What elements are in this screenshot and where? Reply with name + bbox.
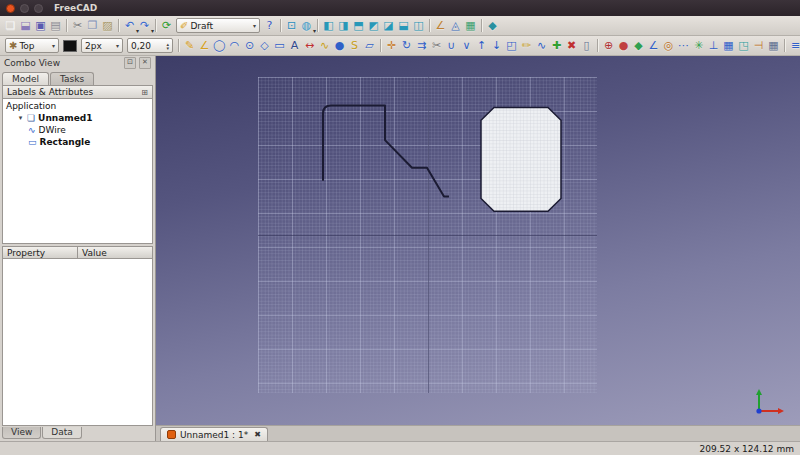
- tree-item-dwire[interactable]: ∿DWire: [3, 124, 152, 136]
- snap-angle[interactable]: ∠: [646, 37, 661, 54]
- draft-rectangle[interactable]: ▭: [272, 37, 287, 54]
- draft-dimension[interactable]: ↔: [302, 37, 317, 54]
- whats-this[interactable]: ?: [262, 17, 277, 34]
- snap-dimensions-icon: ⊣: [754, 40, 764, 51]
- draft-add-point[interactable]: ✚: [549, 37, 564, 54]
- draft-arc[interactable]: ◠: [227, 37, 242, 54]
- document-tab[interactable]: Unnamed1 : 1* ✖: [160, 427, 268, 441]
- snap-intersection[interactable]: ✳: [691, 37, 706, 54]
- model-tree: Application▾❏Unnamed1∿DWire▭Rectangle: [2, 99, 153, 244]
- maximize-button[interactable]: [34, 4, 43, 13]
- dropdown-arrow-icon: ▾: [253, 22, 256, 29]
- draft-rotate-icon: ↻: [402, 40, 411, 51]
- tab-data[interactable]: Data: [42, 427, 82, 439]
- draft-delete-point[interactable]: ✖: [564, 37, 579, 54]
- draft-move[interactable]: ✛: [384, 37, 399, 54]
- draft-trimex-icon: ✂: [432, 40, 441, 51]
- draft-shape2dview-icon: ▯: [583, 40, 589, 51]
- view-right[interactable]: ◩: [366, 17, 381, 34]
- measure-distance[interactable]: ∠: [433, 17, 448, 34]
- new-document[interactable]: ❏: [3, 17, 18, 34]
- texture-mapping[interactable]: ▦: [463, 17, 478, 34]
- view-top[interactable]: ⬒: [351, 17, 366, 34]
- draft-bspline[interactable]: ∿: [317, 37, 332, 54]
- snap-working-plane[interactable]: ◳: [736, 37, 751, 54]
- view-left[interactable]: ◫: [411, 17, 426, 34]
- draft-rotate[interactable]: ↻: [399, 37, 414, 54]
- snap-endpoint[interactable]: ●: [616, 37, 631, 54]
- dock-views[interactable]: ◆: [485, 17, 500, 34]
- snap-dimensions[interactable]: ⊣: [751, 37, 766, 54]
- draft-circle[interactable]: ◯: [212, 37, 227, 54]
- draft-split[interactable]: ∨: [459, 37, 474, 54]
- view-front[interactable]: ◨: [336, 17, 351, 34]
- undo[interactable]: ↶▾: [122, 17, 137, 34]
- toggle-grid[interactable]: ▦: [766, 37, 781, 54]
- draft-wire[interactable]: ∠: [197, 37, 212, 54]
- snap-center[interactable]: ◎: [661, 37, 676, 54]
- view-bottom[interactable]: ⬓: [396, 17, 411, 34]
- copy[interactable]: ❐: [85, 17, 100, 34]
- draft-move-icon: ✛: [387, 40, 396, 51]
- draft-line[interactable]: ✎: [182, 37, 197, 54]
- draft-shapestring[interactable]: S: [347, 37, 362, 54]
- manage-layers[interactable]: ≡: [788, 37, 800, 54]
- clipping-plane[interactable]: ◬: [448, 17, 463, 34]
- draft-text[interactable]: A: [287, 37, 302, 54]
- draft-upgrade[interactable]: ↑: [474, 37, 489, 54]
- view-isometric[interactable]: ◧: [321, 17, 336, 34]
- minimize-button[interactable]: [20, 4, 29, 13]
- property-table-body[interactable]: [2, 259, 153, 426]
- refresh[interactable]: ⟳: [159, 17, 174, 34]
- draft-join[interactable]: ∪: [444, 37, 459, 54]
- cut[interactable]: ✂: [70, 17, 85, 34]
- snap-midpoint[interactable]: ◆: [631, 37, 646, 54]
- working-plane-selector[interactable]: ✱Top▾: [5, 38, 59, 53]
- draft-polygon[interactable]: ◇: [257, 37, 272, 54]
- line-width[interactable]: 2px▾: [81, 38, 123, 53]
- save-document[interactable]: ▣: [33, 17, 48, 34]
- workbench-selector[interactable]: ✐Draft▾: [176, 18, 260, 33]
- spinner-arrows-icon[interactable]: ▴▾: [166, 42, 169, 50]
- 3d-viewport[interactable]: [156, 56, 800, 425]
- tab-model[interactable]: Model: [2, 72, 49, 85]
- expander-icon[interactable]: ▾: [17, 114, 24, 122]
- draft-trimex[interactable]: ✂: [429, 37, 444, 54]
- draft-point[interactable]: ●: [332, 37, 347, 54]
- draft-scale[interactable]: ◰: [504, 37, 519, 54]
- float-panel-icon[interactable]: ⊡: [124, 57, 136, 69]
- tab-tasks[interactable]: Tasks: [50, 72, 94, 85]
- draft-ellipse[interactable]: ⊙: [242, 37, 257, 54]
- draft-shape2dview[interactable]: ▯: [579, 37, 594, 54]
- close-panel-icon[interactable]: ✕: [139, 57, 151, 69]
- redo[interactable]: ↷▾: [137, 17, 152, 34]
- snap-lock[interactable]: ⊕: [601, 37, 616, 54]
- snap-extension[interactable]: ⋯: [676, 37, 691, 54]
- dwire-shape[interactable]: [323, 105, 449, 196]
- draft-downgrade[interactable]: ↓: [489, 37, 504, 54]
- view-rear[interactable]: ◪: [381, 17, 396, 34]
- tab-close-icon[interactable]: ✖: [254, 430, 261, 439]
- draft-facebinder[interactable]: ▱: [362, 37, 377, 54]
- snap-perpendicular[interactable]: ⊥: [706, 37, 721, 54]
- tree-options-icon[interactable]: ⊞: [141, 88, 148, 97]
- draft-offset[interactable]: ⇉: [414, 37, 429, 54]
- dwire-icon: ∿: [28, 126, 36, 135]
- rectangle-shape[interactable]: [481, 107, 561, 211]
- print[interactable]: ▤: [48, 17, 63, 34]
- draft-edit[interactable]: ✏: [519, 37, 534, 54]
- draft-wire-to-bspline[interactable]: ∿: [534, 37, 549, 54]
- property-table-header: Property Value: [2, 246, 153, 259]
- draw-style[interactable]: ◍▾: [299, 17, 314, 34]
- snap-dimension-value[interactable]: 0,20▴▾: [127, 38, 173, 53]
- line-color[interactable]: [63, 40, 77, 52]
- snap-grid[interactable]: ▦: [721, 37, 736, 54]
- close-button[interactable]: [6, 4, 15, 13]
- fit-all[interactable]: ⊡: [284, 17, 299, 34]
- tree-item-rectangle[interactable]: ▭Rectangle: [3, 136, 152, 148]
- paste[interactable]: ▨: [100, 17, 115, 34]
- open-document[interactable]: ⬓: [18, 17, 33, 34]
- tab-view[interactable]: View: [2, 427, 41, 439]
- tree-item-unnamed1[interactable]: ▾❏Unnamed1: [3, 112, 152, 124]
- tree-item-application[interactable]: Application: [3, 100, 152, 112]
